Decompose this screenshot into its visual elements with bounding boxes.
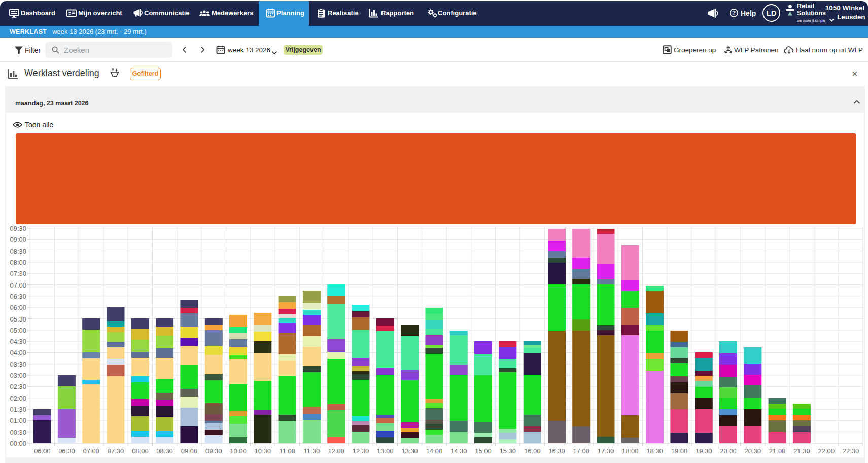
svg-text:11:00: 11:00	[279, 447, 295, 455]
svg-text:16:30: 16:30	[548, 447, 565, 455]
svg-text:07:00: 07:00	[83, 447, 100, 455]
svg-text:13:00: 13:00	[377, 447, 394, 455]
svg-text:14:00: 14:00	[426, 447, 443, 455]
svg-text:10:00: 10:00	[230, 447, 247, 455]
svg-text:20:00: 20:00	[720, 447, 737, 455]
svg-text:08:00: 08:00	[132, 447, 149, 455]
svg-text:01:00: 01:00	[10, 417, 26, 424]
svg-text:06:00: 06:00	[34, 447, 51, 455]
svg-text:07:30: 07:30	[108, 447, 124, 455]
svg-text:06:30: 06:30	[58, 447, 75, 455]
svg-text:00:30: 00:30	[10, 429, 26, 436]
svg-text:22:00: 22:00	[818, 447, 835, 455]
svg-text:05:00: 05:00	[10, 327, 26, 334]
svg-text:21:00: 21:00	[769, 447, 786, 455]
svg-text:04:30: 04:30	[10, 338, 26, 345]
svg-text:03:30: 03:30	[10, 361, 26, 368]
svg-text:17:00: 17:00	[573, 447, 590, 455]
svg-text:09:30: 09:30	[205, 447, 222, 455]
svg-text:07:00: 07:00	[10, 281, 26, 289]
svg-text:18:30: 18:30	[646, 447, 663, 455]
svg-text:01:30: 01:30	[10, 406, 26, 413]
svg-text:08:30: 08:30	[10, 247, 26, 255]
svg-text:19:30: 19:30	[696, 447, 712, 455]
svg-text:06:00: 06:00	[10, 304, 26, 311]
svg-text:17:30: 17:30	[598, 447, 614, 455]
svg-text:14:30: 14:30	[450, 447, 467, 455]
svg-text:18:00: 18:00	[622, 447, 639, 455]
svg-text:09:00: 09:00	[181, 447, 198, 455]
svg-text:05:30: 05:30	[10, 315, 26, 323]
svg-text:10:30: 10:30	[255, 447, 271, 455]
svg-text:16:00: 16:00	[524, 447, 541, 455]
svg-text:20:30: 20:30	[745, 447, 761, 455]
svg-text:03:00: 03:00	[10, 372, 26, 379]
svg-text:11:30: 11:30	[304, 447, 320, 455]
svg-text:09:00: 09:00	[10, 236, 26, 243]
svg-text:19:00: 19:00	[671, 447, 688, 455]
svg-text:12:00: 12:00	[328, 447, 345, 455]
svg-text:02:30: 02:30	[10, 383, 26, 390]
svg-text:?: ?	[732, 10, 736, 16]
svg-text:06:30: 06:30	[10, 293, 26, 300]
svg-text:02:00: 02:00	[10, 395, 26, 402]
svg-text:08:00: 08:00	[10, 259, 26, 266]
svg-text:15:30: 15:30	[500, 447, 516, 455]
svg-text:09:30: 09:30	[10, 225, 26, 232]
svg-text:22:30: 22:30	[843, 447, 859, 455]
svg-text:08:30: 08:30	[156, 447, 173, 455]
svg-text:12:30: 12:30	[353, 447, 369, 455]
svg-text:21:30: 21:30	[793, 447, 810, 455]
svg-text:07:30: 07:30	[10, 270, 26, 277]
svg-text:00:00: 00:00	[10, 440, 26, 447]
svg-text:15:00: 15:00	[475, 447, 492, 455]
svg-text:13:30: 13:30	[401, 447, 418, 455]
svg-text:04:00: 04:00	[10, 349, 26, 357]
